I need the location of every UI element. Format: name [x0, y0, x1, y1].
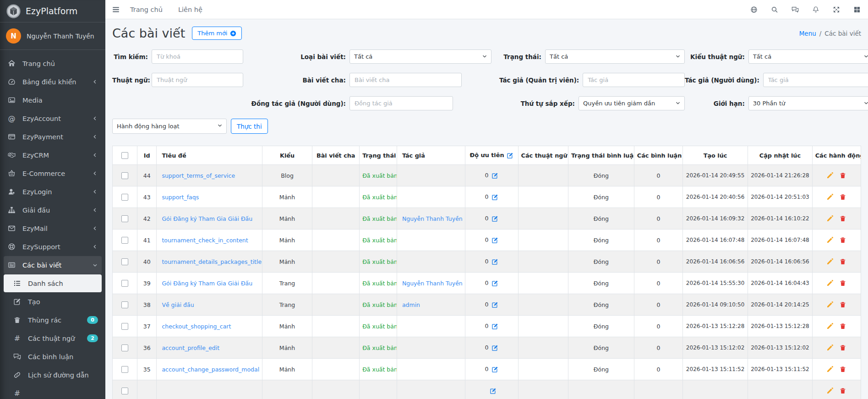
author-user-input[interactable] [763, 73, 868, 87]
term-input[interactable] [152, 73, 243, 87]
post-title-link[interactable]: support_faqs [162, 194, 199, 201]
breadcrumb-menu-link[interactable]: Menu [799, 30, 816, 37]
sidebar-item[interactable]: EzySupport [4, 238, 102, 256]
edit-post-icon[interactable] [826, 387, 834, 394]
edit-priority-icon[interactable] [491, 237, 498, 244]
sidebar-item[interactable]: Media [4, 91, 102, 109]
sidebar-item[interactable]: EzyMail [4, 219, 102, 237]
post-title-link[interactable]: Gói Đăng ký Tham Gia Giải Đấu [162, 215, 252, 222]
post-title-link[interactable]: tournament_details_packages_title [162, 258, 262, 265]
grid-icon[interactable] [853, 6, 861, 13]
delete-post-icon[interactable] [839, 387, 846, 394]
user-panel[interactable]: N Nguyễn Thanh Tuyền [0, 22, 105, 50]
edit-priority-icon[interactable] [490, 388, 497, 394]
delete-post-icon[interactable] [839, 322, 846, 330]
sidebar-item[interactable]: @ EzyAccount [4, 109, 102, 127]
search-icon[interactable] [771, 6, 778, 13]
edit-priority-icon[interactable] [491, 323, 498, 330]
edit-priority-icon[interactable] [491, 280, 498, 287]
author-link[interactable]: Nguyễn Thanh Tuyền [402, 280, 463, 287]
edit-priority-icon[interactable] [491, 258, 498, 265]
sidebar-item[interactable]: Các bài viết [4, 256, 102, 274]
sidebar-subitem[interactable]: Lịch sử đường dẫn [4, 366, 102, 384]
edit-priority-icon[interactable] [491, 301, 498, 308]
row-checkbox[interactable] [121, 258, 128, 265]
sidebar-subitem[interactable]: Danh sách [4, 274, 102, 292]
author-link[interactable]: Nguyễn Thanh Tuyền [402, 215, 463, 222]
post-title-link[interactable]: Về giải đấu [162, 301, 194, 308]
add-new-button[interactable]: Thêm mới [192, 27, 242, 40]
edit-priority-icon[interactable] [491, 172, 498, 179]
limit-select[interactable]: 30 Phần tử [748, 96, 868, 110]
sidebar-subitem[interactable]: Thùng rác 0 [4, 311, 102, 329]
edit-post-icon[interactable] [826, 258, 834, 265]
brand[interactable]: EzyPlatform [0, 0, 105, 22]
select-all-checkbox[interactable] [121, 152, 128, 159]
row-checkbox[interactable] [121, 301, 128, 308]
bulk-action-select[interactable]: Hành động hàng loạt [112, 119, 227, 134]
edit-post-icon[interactable] [826, 193, 834, 201]
author-link[interactable]: admin [402, 301, 420, 308]
delete-post-icon[interactable] [839, 366, 846, 373]
row-checkbox[interactable] [121, 194, 128, 201]
delete-post-icon[interactable] [839, 301, 846, 308]
post-title-link[interactable]: checkout_shopping_cart [162, 323, 231, 330]
sidebar-item[interactable]: EzyCRM [4, 146, 102, 164]
delete-post-icon[interactable] [839, 258, 846, 265]
globe-icon[interactable] [750, 6, 758, 13]
sidebar-item[interactable]: Trang chủ [4, 55, 102, 72]
parent-post-input[interactable] [349, 73, 462, 87]
delete-post-icon[interactable] [839, 215, 846, 222]
status-select[interactable]: Tất cả [545, 49, 685, 64]
edit-priority-icon[interactable] [491, 344, 498, 351]
sidebar-subitem[interactable]: Tạo [4, 293, 102, 311]
edit-post-icon[interactable] [826, 344, 834, 351]
edit-post-icon[interactable] [826, 215, 834, 222]
coauthor-user-input[interactable] [349, 96, 453, 110]
delete-post-icon[interactable] [839, 344, 846, 351]
row-checkbox[interactable] [121, 280, 128, 287]
edit-priority-icon[interactable] [491, 194, 498, 201]
edit-priority-icon[interactable] [491, 366, 498, 373]
delete-post-icon[interactable] [839, 236, 846, 244]
row-checkbox[interactable] [121, 388, 128, 394]
edit-post-icon[interactable] [826, 172, 834, 179]
delete-post-icon[interactable] [839, 172, 846, 179]
comments-icon[interactable] [792, 6, 799, 13]
post-title-link[interactable]: tournament_check_in_content [162, 237, 248, 244]
post-type-select[interactable]: Tất cả [349, 49, 491, 64]
author-admin-input[interactable] [583, 73, 685, 87]
expand-arrows-icon[interactable] [833, 6, 840, 13]
edit-priority-header-icon[interactable] [507, 152, 513, 159]
edit-priority-icon[interactable] [491, 215, 498, 222]
sidebar-subitem[interactable]: # [4, 384, 102, 399]
sidebar-item[interactable]: Bảng điều khiển [4, 73, 102, 91]
execute-button[interactable]: Thực thi [231, 119, 268, 134]
edit-post-icon[interactable] [826, 322, 834, 330]
row-checkbox[interactable] [121, 172, 128, 179]
row-checkbox[interactable] [121, 237, 128, 244]
term-type-select[interactable]: Tất cả [748, 49, 868, 64]
post-title-link[interactable]: support_terms_of_service [162, 172, 235, 179]
edit-post-icon[interactable] [826, 301, 834, 308]
sidebar-item[interactable]: EzyLogin [4, 183, 102, 201]
sidebar-item[interactable]: Giải đấu [4, 201, 102, 219]
row-checkbox[interactable] [121, 366, 128, 373]
sidebar-subitem[interactable]: # Các thuật ngữ 2 [4, 329, 102, 347]
row-checkbox[interactable] [121, 344, 128, 351]
sidebar-subitem[interactable]: Các bình luận [4, 348, 102, 366]
edit-post-icon[interactable] [826, 366, 834, 373]
delete-post-icon[interactable] [839, 279, 846, 287]
delete-post-icon[interactable] [839, 193, 846, 201]
edit-post-icon[interactable] [826, 279, 834, 287]
post-title-link[interactable]: account_profile_edit [162, 344, 219, 351]
menu-toggle-icon[interactable] [112, 5, 120, 14]
sort-order-select[interactable]: Quyền ưu tiên giảm dần [579, 96, 685, 110]
sidebar-item[interactable]: E-Commerce [4, 164, 102, 182]
sidebar-item[interactable]: EzyPayment [4, 128, 102, 146]
row-checkbox[interactable] [121, 215, 128, 222]
search-input[interactable] [152, 49, 243, 64]
row-checkbox[interactable] [121, 323, 128, 330]
post-title-link[interactable]: Gói Đăng ký Tham Gia Giải Đấu [162, 280, 252, 287]
edit-post-icon[interactable] [826, 236, 834, 244]
